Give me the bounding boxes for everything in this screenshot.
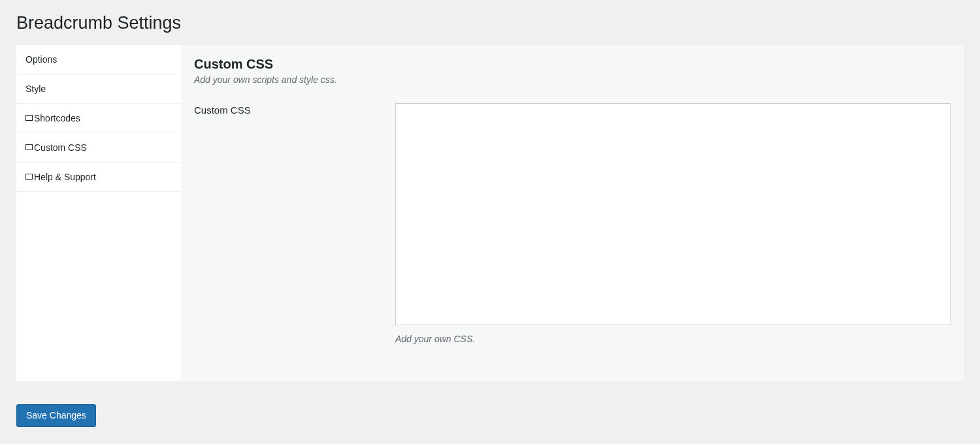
sidebar-item-label: Options	[25, 54, 57, 65]
sidebar-item-options[interactable]: Options	[16, 45, 181, 74]
box-icon	[25, 174, 33, 180]
sidebar-item-label: Shortcodes	[34, 113, 80, 123]
page-title: Breadcrumb Settings	[16, 13, 964, 33]
sidebar-item-label: Style	[25, 84, 46, 94]
main-panel: Custom CSS Add your own scripts and styl…	[181, 45, 964, 381]
box-icon	[25, 115, 33, 121]
form-label-custom-css: Custom CSS	[194, 103, 395, 116]
box-icon	[25, 144, 33, 150]
sidebar-item-shortcodes[interactable]: Shortcodes	[16, 104, 181, 133]
field-hint: Add your own CSS.	[395, 334, 951, 344]
sidebar-item-custom-css[interactable]: Custom CSS	[16, 133, 181, 163]
form-field: Add your own CSS.	[395, 103, 951, 344]
sidebar-item-label: Help & Support	[34, 172, 96, 182]
form-row-custom-css: Custom CSS Add your own CSS.	[194, 103, 951, 344]
sidebar-item-label: Custom CSS	[34, 142, 87, 153]
sidebar-item-help-support[interactable]: Help & Support	[16, 163, 181, 192]
settings-layout: Options Style Shortcodes Custom CSS Help…	[16, 45, 964, 381]
sidebar-item-style[interactable]: Style	[16, 74, 181, 104]
save-button[interactable]: Save Changes	[16, 404, 96, 427]
sidebar: Options Style Shortcodes Custom CSS Help…	[16, 45, 181, 381]
actions-row: Save Changes	[16, 404, 964, 427]
section-heading: Custom CSS	[194, 57, 951, 72]
section-sub: Add your own scripts and style css.	[194, 74, 951, 85]
custom-css-textarea[interactable]	[395, 103, 951, 325]
